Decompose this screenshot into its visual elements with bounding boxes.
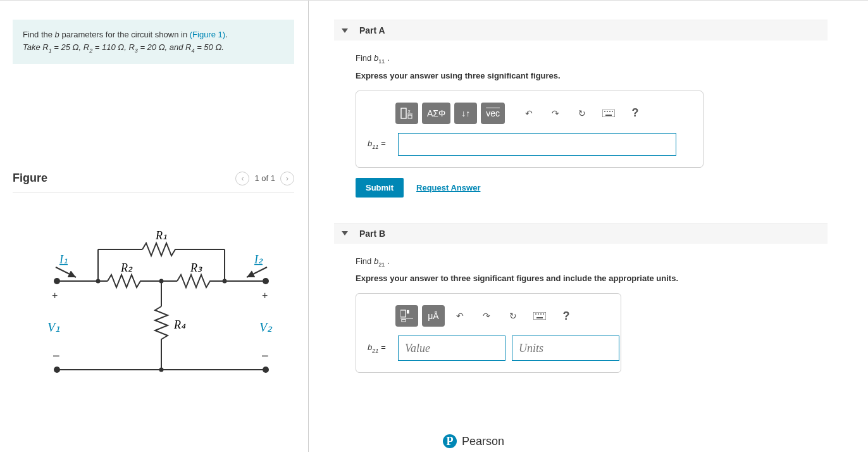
part-b-toolbar: μÅ ↶ ↷ ↻ ? — [395, 305, 609, 327]
submit-button[interactable]: Submit — [356, 178, 404, 198]
svg-point-26 — [607, 111, 608, 112]
keyboard-icon[interactable] — [597, 103, 620, 124]
part-a-answer-input[interactable] — [398, 133, 676, 156]
figure-nav: ‹ 1 of 1 › — [235, 172, 294, 185]
left-pane: Find the b parameters for the circuit sh… — [0, 1, 309, 452]
svg-point-35 — [535, 313, 536, 315]
problem-b: b — [55, 30, 59, 39]
mu-button[interactable]: μÅ — [422, 305, 445, 327]
minus-right: − — [261, 349, 269, 363]
label-i1: I₁ — [59, 253, 68, 266]
problem-text-1: Find the — [23, 30, 55, 39]
part-a-header[interactable]: Part A — [334, 20, 828, 41]
units-template-icon[interactable] — [395, 305, 418, 327]
part-b-header[interactable]: Part B — [334, 223, 828, 244]
svg-point-38 — [543, 313, 544, 315]
minus-left: − — [53, 349, 60, 363]
prev-figure-button[interactable]: ‹ — [235, 172, 249, 185]
part-b-title: Part B — [359, 229, 385, 239]
problem-text-3: . — [225, 30, 228, 39]
figure-page-indicator: 1 of 1 — [254, 173, 275, 183]
svg-point-25 — [604, 111, 605, 112]
problem-statement: Find the b parameters for the circuit sh… — [13, 20, 294, 64]
part-b-value-input[interactable] — [398, 336, 505, 361]
label-r1: R₁ — [155, 229, 167, 242]
svg-rect-30 — [400, 310, 406, 317]
reset-button[interactable]: ↻ — [571, 103, 593, 124]
svg-rect-33 — [402, 320, 406, 322]
label-v2: V₂ — [259, 320, 273, 334]
right-pane: Part A Find b11 . Express your answer us… — [309, 1, 868, 452]
svg-rect-24 — [602, 110, 615, 117]
vec-button[interactable]: vec — [481, 103, 505, 124]
figure-header: Figure ‹ 1 of 1 › — [13, 172, 294, 192]
circuit-diagram: R₂ R₃ R₁ R₄ I₁ I₂ + + — [32, 224, 285, 389]
svg-point-28 — [612, 111, 613, 112]
svg-point-36 — [538, 313, 539, 315]
part-a-find: Find b11 . — [356, 53, 825, 65]
part-b-answer-label: b21 = — [368, 342, 392, 354]
svg-text:x: x — [408, 109, 411, 113]
undo-button-b[interactable]: ↶ — [449, 305, 471, 327]
svg-rect-39 — [536, 317, 543, 318]
collapse-icon — [342, 28, 348, 33]
problem-values: Take R1 = 25 Ω, R2 = 110 Ω, R3 = 20 Ω, a… — [23, 42, 224, 52]
redo-button-b[interactable]: ↷ — [475, 305, 498, 327]
label-r2: R₂ — [120, 261, 133, 274]
undo-button[interactable]: ↶ — [518, 103, 540, 124]
plus-left: + — [52, 290, 58, 301]
svg-point-27 — [609, 111, 611, 112]
svg-rect-29 — [605, 115, 612, 116]
svg-rect-23 — [408, 115, 412, 118]
part-a-toolbar: x ΑΣΦ ↓↑ vec ↶ ↷ ↻ ? — [395, 103, 691, 124]
part-a-answer-box: x ΑΣΦ ↓↑ vec ↶ ↷ ↻ ? — [356, 91, 704, 168]
figure-link[interactable]: (Figure 1) — [190, 30, 225, 39]
svg-line-19 — [247, 267, 267, 277]
part-b-express: Express your answer to three significant… — [356, 273, 825, 283]
label-r3: R₃ — [190, 261, 202, 274]
help-button[interactable]: ? — [624, 103, 647, 124]
part-a-answer-label: b11 = — [368, 139, 392, 150]
redo-button[interactable]: ↷ — [544, 103, 567, 124]
keyboard-icon-b[interactable] — [528, 305, 551, 327]
next-figure-button[interactable]: › — [280, 172, 294, 185]
pearson-brand: Pearson — [462, 435, 504, 448]
problem-text-2: parameters for the circuit shown in — [59, 30, 190, 39]
request-answer-link[interactable]: Request Answer — [416, 183, 480, 192]
label-i2: I₂ — [254, 253, 263, 266]
part-b-answer-box: μÅ ↶ ↷ ↻ ? b21 = — [356, 293, 621, 373]
pearson-footer: P Pearson — [443, 434, 504, 448]
label-r4: R₄ — [173, 318, 186, 331]
svg-line-18 — [56, 267, 76, 277]
part-a: Part A Find b11 . Express your answer us… — [334, 20, 828, 198]
reset-button-b[interactable]: ↻ — [502, 305, 524, 327]
part-b-units-input[interactable] — [512, 336, 619, 361]
part-a-express: Express your answer using three signific… — [356, 71, 825, 80]
svg-point-37 — [540, 313, 542, 315]
template-icon[interactable]: x — [395, 103, 418, 124]
svg-rect-20 — [401, 108, 406, 118]
updown-button[interactable]: ↓↑ — [454, 103, 477, 124]
part-b: Part B Find b21 . Express your answer to… — [334, 223, 828, 374]
svg-rect-31 — [407, 310, 409, 313]
part-b-find: Find b21 . — [356, 256, 825, 268]
part-a-title: Part A — [359, 25, 385, 35]
plus-right: + — [262, 290, 268, 301]
pearson-logo-icon: P — [443, 434, 457, 448]
svg-rect-34 — [533, 312, 546, 320]
figure-title: Figure — [13, 172, 47, 185]
help-button-b[interactable]: ? — [555, 305, 578, 327]
label-v1: V₁ — [47, 320, 60, 334]
greek-button[interactable]: ΑΣΦ — [422, 103, 450, 124]
collapse-icon — [342, 231, 348, 235]
